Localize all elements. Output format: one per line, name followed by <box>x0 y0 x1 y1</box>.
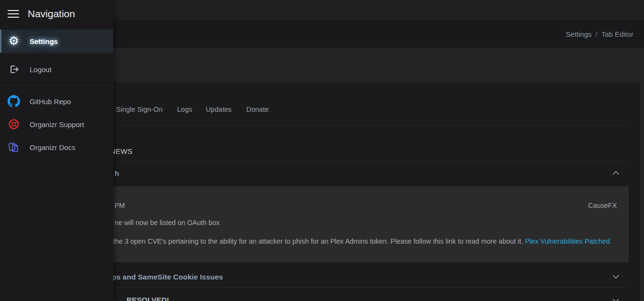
subtab-single-sign-on[interactable]: Single Sign-On <box>116 98 163 121</box>
sidebar-link-label: Organizr Support <box>30 120 84 129</box>
life-preserver-icon <box>8 118 20 130</box>
sidebar-item-label: Logout <box>30 65 52 74</box>
hamburger-menu-icon[interactable] <box>8 10 19 18</box>
sidebar-link-label: GitHub Repo <box>30 97 71 106</box>
sidebar-item-logout[interactable]: Logout <box>0 54 113 85</box>
news-item-title[interactable]: ops and SameSite Cookie Issues <box>107 273 223 281</box>
chevron-down-icon[interactable] <box>612 273 620 282</box>
news-item-line1: ne will now be listed on OAuth box <box>115 219 220 226</box>
divider <box>0 85 113 86</box>
subtab-logs[interactable]: Logs <box>177 98 192 121</box>
sidebar-link-github-repo[interactable]: GitHub Repo <box>0 90 113 113</box>
sidebar-link-organizr-docs[interactable]: Organizr Docs <box>0 136 113 159</box>
news-item-author: CauseFX <box>588 202 617 209</box>
sidebar-title: Navigation <box>28 8 75 20</box>
sidebar-item-settings[interactable]: ⚙ Settings <box>0 30 113 53</box>
subtab-donate[interactable]: Donate <box>246 98 269 121</box>
sidebar-header: Navigation <box>0 0 113 28</box>
news-section-label: NEWS <box>110 147 133 155</box>
sidebar-link-label: Organizr Docs <box>30 143 75 151</box>
news-item-title[interactable]: h <box>115 169 119 178</box>
organizr-app: Settings / Tab Editor admin <box>0 0 644 301</box>
sidebar-link-organizr-support[interactable]: Organizr Support <box>0 113 113 136</box>
gear-icon: ⚙ <box>8 35 20 47</box>
subtab-updates[interactable]: Updates <box>206 98 232 121</box>
breadcrumb-current-page: Tab Editor <box>601 30 633 38</box>
chevron-up-icon[interactable] <box>612 170 620 178</box>
chevron-down-icon[interactable] <box>612 297 620 301</box>
news-item-title[interactable]: RESOLVED! <box>127 296 169 301</box>
navigation-sidebar: Navigation ⚙ Settings Logout <box>0 0 113 301</box>
documents-icon <box>8 141 20 153</box>
news-item-line2-text: the 3 open CVE's pertaining to the abili… <box>113 237 525 245</box>
sidebar-item-label: Settings <box>30 37 58 45</box>
breadcrumb-separator: / <box>595 30 597 38</box>
logout-icon <box>8 63 20 75</box>
breadcrumb: Settings / Tab Editor <box>566 20 633 48</box>
breadcrumb-settings-link[interactable]: Settings <box>566 30 591 38</box>
plex-vulnerabilities-link[interactable]: Plex Vulnerabilities Patched <box>525 237 610 245</box>
news-item-line2: the 3 open CVE's pertaining to the abili… <box>113 237 610 245</box>
github-icon <box>8 95 20 108</box>
